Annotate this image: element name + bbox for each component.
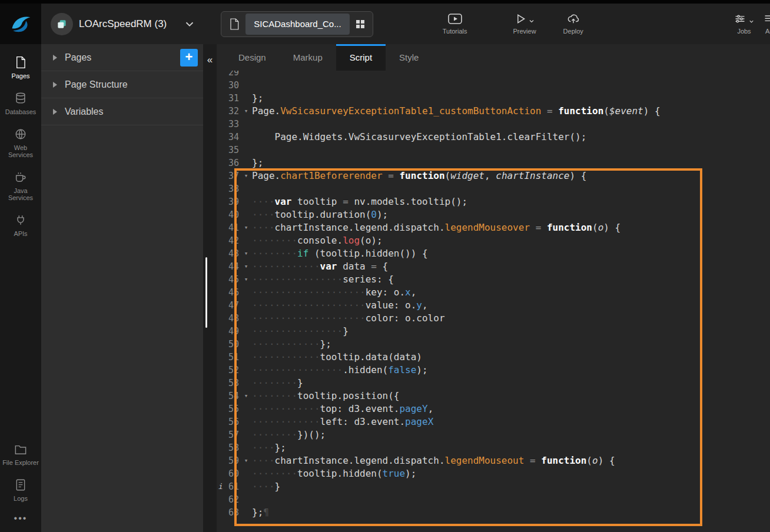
fold-marker-icon[interactable]: ▾ [240,221,252,234]
code-editor[interactable]: 293031};32▾Page.VwSicasurveyExceptionTab… [217,66,770,532]
code-text: Page.Widgets.VwSicasurveyExceptionTable1… [252,131,770,144]
fold-marker-icon[interactable]: ▾ [240,169,252,182]
fold-marker-icon[interactable]: ▾ [240,273,252,286]
code-line[interactable]: 31}; [217,92,770,105]
code-line[interactable]: 52················.hidden(false); [217,364,770,377]
chevron-down-icon[interactable] [748,18,755,25]
code-line[interactable]: 34 Page.Widgets.VwSicasurveyExceptionTab… [217,131,770,144]
code-line[interactable]: 44▾············var data = { [217,260,770,273]
code-line[interactable]: 62 [217,493,770,506]
panel-section-pages[interactable]: Pages + [41,44,203,71]
project-avatar [51,13,73,35]
fold-gutter [240,441,252,454]
rail-item-logs[interactable]: Logs [0,473,41,508]
code-text: ········} [252,377,770,390]
code-line[interactable]: 39····var tooltip = nv.models.tooltip(); [217,195,770,208]
app-logo[interactable] [0,4,41,44]
chevron-down-icon[interactable] [183,18,196,31]
pages-panel: Pages + Page Structure Variables [41,44,203,532]
line-number: 33 [217,118,240,131]
fold-marker-icon[interactable]: ▾ [240,390,252,403]
code-line[interactable]: 35 [217,144,770,157]
fold-gutter [240,92,252,105]
code-line[interactable]: 53········} [217,377,770,390]
code-text: ····}; [252,441,770,454]
line-number: 59 [217,454,240,467]
jobs-button[interactable]: Jobs [734,13,755,35]
tab-design[interactable]: Design [225,44,280,71]
line-number: 35 [217,144,240,157]
code-line[interactable]: 46····················key: o.x, [217,286,770,299]
panel-section-label: Page Structure [65,79,128,90]
line-number: 62 [217,493,240,506]
code-line[interactable]: 33 [217,118,770,131]
code-line[interactable]: 54▾········tooltip.position({ [217,390,770,403]
code-line[interactable]: 60········tooltip.hidden(true); [217,467,770,480]
pages-icon [15,56,26,69]
code-line[interactable]: 40····tooltip.duration(0); [217,208,770,221]
project-selector[interactable]: LOArcSpeedRM (3) [51,13,196,35]
code-line[interactable]: 51············tooltip.data(data) [217,351,770,364]
code-line[interactable]: 50············}; [217,338,770,351]
code-line[interactable]: 32▾Page.VwSicasurveyExceptionTable1_cust… [217,105,770,118]
code-text: ············var data = { [252,260,770,273]
deploy-button[interactable]: Deploy [563,13,583,35]
code-line[interactable]: 47····················value: o.y, [217,299,770,312]
code-text [252,144,770,157]
code-line[interactable]: 55············top: d3.event.pageY, [217,403,770,415]
fold-gutter [240,234,252,247]
code-line[interactable]: 57········})(); [217,428,770,441]
code-line[interactable]: i61····} [217,480,770,493]
rail-item-apis[interactable]: APIs [0,208,41,244]
rail-item-databases[interactable]: Databases [0,86,41,122]
add-page-button[interactable]: + [180,49,198,66]
code-line[interactable]: 42········console.log(o); [217,234,770,247]
brand-bird-icon [9,12,32,36]
rail-item-java-services[interactable]: Java Services [0,165,41,208]
code-line[interactable]: 58····}; [217,441,770,454]
fold-marker-icon[interactable]: ▾ [240,105,252,118]
rail-item-file-explorer[interactable]: File Explorer [0,438,41,473]
line-number: 30 [217,79,240,92]
tutorials-button[interactable]: Tutorials [443,13,467,35]
code-text: ········if (tooltip.hidden()) { [252,247,770,260]
fold-marker-icon[interactable]: ▾ [240,260,252,273]
rail-item-pages[interactable]: Pages [0,50,41,86]
code-line[interactable]: 56············left: d3.event.pageX [217,415,770,428]
code-line[interactable]: 30 [217,79,770,92]
code-line[interactable]: 41▾····chartInstance.legend.dispatch.leg… [217,221,770,234]
fold-marker-icon[interactable]: ▾ [240,454,252,467]
rail-label: Java Services [1,187,40,201]
code-line[interactable]: 59▾····chartInstance.legend.dispatch.leg… [217,454,770,467]
fold-marker-icon[interactable]: ▾ [240,247,252,260]
tab-style[interactable]: Style [386,44,432,71]
code-line[interactable]: 37▾Page.chart1Beforerender = function(wi… [217,169,770,182]
chevron-down-icon[interactable] [528,18,535,25]
code-line[interactable]: 45▾················series: { [217,273,770,286]
line-number: 56 [217,415,240,428]
code-line[interactable]: 38 [217,182,770,195]
tab-markup[interactable]: Markup [280,44,336,71]
line-number: 36 [217,157,240,169]
grid-icon[interactable] [356,19,365,29]
fold-gutter [240,286,252,299]
code-line[interactable]: 36}; [217,157,770,169]
open-page-tab[interactable]: SICADashboard_Co... [221,11,373,37]
panel-section-variables[interactable]: Variables [41,98,203,125]
code-line[interactable]: 63};¶ [217,506,770,519]
code-line[interactable]: 48····················color: o.color [217,312,770,325]
rail-item-web-services[interactable]: Web Services [0,122,41,165]
preview-button[interactable]: Preview [513,13,536,35]
code-line[interactable]: 43▾········if (tooltip.hidden()) { [217,247,770,260]
line-number: 40 [217,208,240,221]
collapse-panel-button[interactable]: « [203,51,217,69]
rail-more-button[interactable]: ••• [14,508,28,532]
tab-script[interactable]: Script [336,44,386,71]
panel-section-label: Pages [65,52,91,63]
code-text: ············tooltip.data(data) [252,351,770,364]
panel-section-page-structure[interactable]: Page Structure [41,71,203,98]
panel-scrollbar[interactable] [205,257,207,328]
artifacts-button[interactable]: Art [763,13,770,35]
code-line[interactable]: 49················} [217,325,770,338]
line-number: 50 [217,338,240,351]
